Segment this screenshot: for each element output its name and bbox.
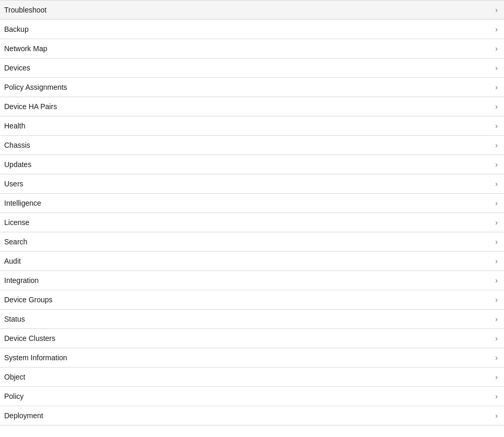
chevron-right-icon-updates: ›	[495, 160, 498, 169]
menu-item-label-backup: Backup	[4, 25, 29, 33]
menu-item-updates[interactable]: Updates›	[0, 155, 504, 174]
menu-item-label-deployment: Deployment	[4, 411, 43, 420]
menu-item-label-troubleshoot: Troubleshoot	[4, 6, 46, 14]
menu-item-backup[interactable]: Backup›	[0, 19, 504, 39]
chevron-right-icon-license: ›	[495, 218, 498, 227]
chevron-right-icon-devices: ›	[495, 64, 498, 72]
chevron-right-icon-system-information: ›	[495, 353, 498, 362]
menu-item-object[interactable]: Object›	[0, 367, 504, 386]
chevron-right-icon-device-groups: ›	[495, 296, 498, 304]
menu-item-network-map[interactable]: Network Map›	[0, 39, 504, 58]
menu-item-label-policy: Policy	[4, 392, 24, 400]
chevron-right-icon-audit: ›	[495, 257, 498, 265]
chevron-right-icon-troubleshoot: ›	[495, 6, 498, 14]
menu-item-integration[interactable]: Integration›	[0, 270, 504, 290]
chevron-right-icon-network-map: ›	[495, 44, 498, 53]
menu-item-status[interactable]: Status›	[0, 309, 504, 328]
chevron-right-icon-deployment: ›	[495, 411, 498, 420]
menu-item-search[interactable]: Search›	[0, 232, 504, 251]
menu-item-label-integration: Integration	[4, 276, 39, 285]
chevron-right-icon-search: ›	[495, 238, 498, 246]
chevron-right-icon-health: ›	[495, 122, 498, 130]
main-menu: Troubleshoot›Backup›Network Map›Devices›…	[0, 0, 504, 426]
menu-item-label-devices: Devices	[4, 64, 30, 72]
menu-item-users[interactable]: Users›	[0, 174, 504, 193]
menu-item-label-device-ha-pairs: Device HA Pairs	[4, 102, 57, 111]
menu-item-policy[interactable]: Policy›	[0, 386, 504, 406]
menu-item-label-audit: Audit	[4, 257, 21, 265]
chevron-right-icon-object: ›	[495, 373, 498, 381]
chevron-right-icon-chassis: ›	[495, 141, 498, 149]
chevron-right-icon-users: ›	[495, 180, 498, 188]
menu-item-license[interactable]: License›	[0, 212, 504, 232]
menu-item-deployment[interactable]: Deployment›	[0, 406, 504, 425]
chevron-right-icon-device-clusters: ›	[495, 334, 498, 342]
menu-item-label-network-map: Network Map	[4, 44, 47, 53]
menu-item-label-system-information: System Information	[4, 353, 67, 362]
menu-item-chassis[interactable]: Chassis›	[0, 135, 504, 155]
menu-item-label-status: Status	[4, 315, 25, 323]
menu-item-device-clusters[interactable]: Device Clusters›	[0, 328, 504, 348]
menu-item-device-ha-pairs[interactable]: Device HA Pairs›	[0, 97, 504, 116]
chevron-right-icon-status: ›	[495, 315, 498, 323]
chevron-right-icon-policy-assignments: ›	[495, 83, 498, 91]
menu-item-health[interactable]: Health›	[0, 116, 504, 135]
chevron-right-icon-backup: ›	[495, 25, 498, 33]
menu-item-policy-assignments[interactable]: Policy Assignments›	[0, 77, 504, 97]
menu-item-label-policy-assignments: Policy Assignments	[4, 83, 67, 91]
menu-item-devices[interactable]: Devices›	[0, 58, 504, 77]
chevron-right-icon-integration: ›	[495, 276, 498, 285]
menu-item-label-health: Health	[4, 122, 25, 130]
menu-item-label-device-clusters: Device Clusters	[4, 334, 55, 342]
menu-item-troubleshoot[interactable]: Troubleshoot›	[0, 0, 504, 19]
chevron-right-icon-policy: ›	[495, 392, 498, 400]
menu-item-label-object: Object	[4, 373, 25, 381]
menu-item-label-license: License	[4, 218, 29, 227]
menu-item-label-search: Search	[4, 238, 27, 246]
menu-item-device-groups[interactable]: Device Groups›	[0, 290, 504, 309]
chevron-right-icon-device-ha-pairs: ›	[495, 102, 498, 111]
menu-item-label-intelligence: Intelligence	[4, 199, 41, 207]
menu-item-intelligence[interactable]: Intelligence›	[0, 193, 504, 212]
menu-item-label-device-groups: Device Groups	[4, 296, 53, 304]
menu-item-audit[interactable]: Audit›	[0, 251, 504, 270]
menu-item-label-chassis: Chassis	[4, 141, 30, 149]
menu-item-system-information[interactable]: System Information›	[0, 348, 504, 367]
menu-item-label-users: Users	[4, 180, 24, 188]
menu-item-label-updates: Updates	[4, 160, 31, 169]
chevron-right-icon-intelligence: ›	[495, 199, 498, 207]
